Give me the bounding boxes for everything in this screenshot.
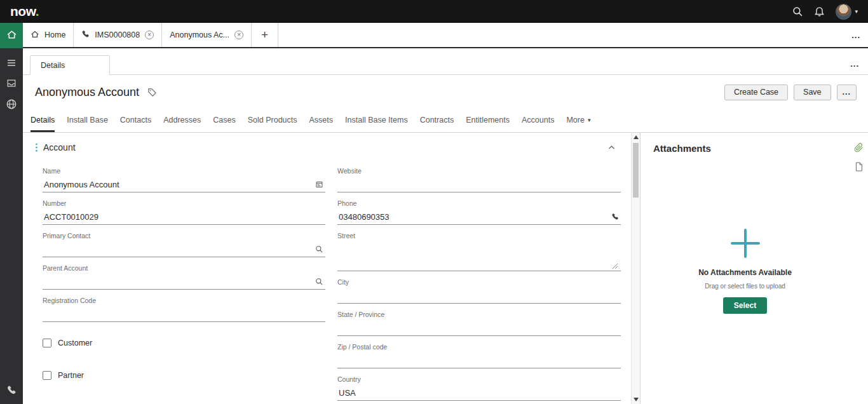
tab-install-base[interactable]: Install Base bbox=[67, 109, 108, 132]
tab-accounts[interactable]: Accounts bbox=[522, 109, 554, 132]
content-row: ⋮ Account Name Anonymous Account bbox=[23, 133, 868, 404]
subtab-details[interactable]: Details bbox=[30, 55, 110, 75]
inbox-icon[interactable] bbox=[6, 77, 17, 89]
field-registration-code: Registration Code bbox=[43, 293, 325, 325]
field-street: Street bbox=[337, 228, 621, 274]
scroll-up-icon[interactable] bbox=[634, 135, 639, 139]
tab-assets[interactable]: Assets bbox=[309, 109, 334, 132]
street-textarea[interactable] bbox=[337, 242, 621, 271]
field-country: Country USA bbox=[337, 372, 621, 404]
no-attachments-text: No Attachments Available bbox=[698, 268, 792, 277]
field-website: Website bbox=[337, 163, 621, 196]
search-icon[interactable] bbox=[792, 6, 803, 17]
search-icon[interactable] bbox=[315, 278, 323, 286]
home-icon bbox=[6, 29, 17, 43]
section-title: Account bbox=[43, 142, 76, 152]
account-section-header: ⋮ Account bbox=[32, 139, 625, 156]
phone-icon[interactable] bbox=[611, 213, 619, 220]
field-name: Name Anonymous Account bbox=[43, 163, 325, 196]
scroll-down-icon[interactable] bbox=[634, 398, 639, 401]
tab-anonymous-account[interactable]: Anonymous Ac... × bbox=[162, 23, 252, 47]
state-province-input[interactable] bbox=[337, 320, 621, 336]
avatar[interactable] bbox=[836, 4, 851, 20]
field-primary-contact: Primary Contact bbox=[43, 228, 325, 260]
document-icon[interactable] bbox=[855, 162, 863, 172]
close-icon[interactable]: × bbox=[145, 30, 154, 39]
phone-icon[interactable] bbox=[6, 385, 17, 395]
tab-contracts[interactable]: Contracts bbox=[420, 109, 454, 132]
scrollbar-thumb[interactable] bbox=[633, 143, 639, 198]
tab-home[interactable]: Home bbox=[23, 23, 74, 47]
number-input[interactable]: ACCT0010029 bbox=[43, 209, 325, 225]
chevron-down-icon: ▾ bbox=[855, 8, 858, 15]
primary-contact-input[interactable] bbox=[43, 241, 325, 257]
field-parent-account: Parent Account bbox=[43, 260, 325, 293]
paperclip-icon[interactable] bbox=[854, 143, 864, 152]
resize-handle-icon[interactable] bbox=[612, 263, 618, 269]
tab-install-base-items[interactable]: Install Base Items bbox=[345, 109, 408, 132]
field-city: City bbox=[337, 274, 621, 307]
tab-addresses[interactable]: Addresses bbox=[163, 109, 201, 132]
checkbox-icon[interactable] bbox=[43, 371, 51, 380]
account-form: ⋮ Account Name Anonymous Account bbox=[23, 133, 631, 404]
tab-entitlements[interactable]: Entitlements bbox=[466, 109, 510, 132]
globe-icon[interactable] bbox=[6, 98, 17, 110]
tab-more[interactable]: More▾ bbox=[566, 109, 590, 132]
drag-handle-icon[interactable]: ⋮ bbox=[32, 142, 43, 153]
chevron-down-icon: ▾ bbox=[588, 117, 591, 123]
form-grid: Name Anonymous Account Number bbox=[32, 163, 625, 404]
record-preview-icon[interactable] bbox=[315, 180, 323, 189]
customer-checkbox[interactable]: Customer bbox=[43, 339, 325, 347]
header-actions: ▾ bbox=[792, 4, 858, 20]
create-case-button[interactable]: Create Case bbox=[724, 84, 788, 100]
home-icon bbox=[31, 30, 39, 41]
left-rail bbox=[0, 23, 23, 404]
website-input[interactable] bbox=[337, 177, 621, 192]
tab-sold-products[interactable]: Sold Products bbox=[248, 109, 297, 132]
attachments-panel: Attachments No Attachments Available Dra… bbox=[640, 133, 850, 404]
new-tab-button[interactable]: + bbox=[252, 23, 278, 47]
close-icon[interactable]: × bbox=[234, 30, 243, 39]
phone-icon bbox=[81, 30, 90, 40]
add-attachment-icon[interactable] bbox=[731, 229, 760, 258]
collapse-section-icon[interactable] bbox=[607, 144, 616, 152]
name-input[interactable]: Anonymous Account bbox=[43, 177, 325, 192]
tab-label: Anonymous Ac... bbox=[170, 30, 229, 39]
menu-icon[interactable] bbox=[6, 58, 17, 68]
registration-code-input[interactable] bbox=[43, 306, 325, 322]
user-menu[interactable]: ▾ bbox=[836, 4, 858, 20]
save-button[interactable]: Save bbox=[794, 84, 831, 100]
phone-input[interactable]: 03480690353 bbox=[337, 209, 621, 225]
tab-label: Home bbox=[44, 30, 65, 39]
main-content: Details ... Anonymous Account Create Cas… bbox=[23, 50, 868, 404]
tab-cases[interactable]: Cases bbox=[213, 109, 235, 132]
subtab-overflow-button[interactable]: ... bbox=[850, 59, 859, 69]
tab-details[interactable]: Details bbox=[31, 109, 55, 132]
search-icon[interactable] bbox=[315, 245, 323, 253]
parent-account-input[interactable] bbox=[43, 274, 325, 290]
tab-overflow-button[interactable]: ... bbox=[851, 30, 860, 40]
field-number: Number ACCT0010029 bbox=[43, 196, 325, 228]
workspace-tab-bar: Home IMS0000808 × Anonymous Ac... × + ..… bbox=[23, 23, 868, 48]
tab-ims0000808[interactable]: IMS0000808 × bbox=[74, 23, 162, 47]
checkbox-icon[interactable] bbox=[43, 339, 51, 347]
form-left-column: Name Anonymous Account Number bbox=[43, 163, 325, 404]
tab-label: IMS0000808 bbox=[95, 30, 140, 39]
right-icon-rail bbox=[850, 133, 868, 404]
checkbox-group: Customer Partner bbox=[43, 339, 325, 380]
country-input[interactable]: USA bbox=[337, 385, 621, 401]
rail-home-button[interactable] bbox=[0, 23, 23, 48]
notifications-bell-icon[interactable] bbox=[814, 6, 825, 17]
field-zip-postal-code: Zip / Postal code bbox=[337, 339, 621, 372]
field-phone: Phone 03480690353 bbox=[337, 196, 621, 228]
tab-bar-right: ... bbox=[851, 23, 868, 47]
record-overflow-button[interactable]: ... bbox=[837, 84, 857, 100]
subtab-strip: Details ... bbox=[23, 50, 868, 75]
tag-icon[interactable] bbox=[147, 88, 157, 97]
zip-postal-code-input[interactable] bbox=[337, 353, 621, 368]
select-files-button[interactable]: Select bbox=[723, 297, 767, 314]
city-input[interactable] bbox=[337, 288, 621, 304]
tab-contacts[interactable]: Contacts bbox=[120, 109, 151, 132]
vertical-scrollbar[interactable] bbox=[631, 133, 640, 404]
partner-checkbox[interactable]: Partner bbox=[43, 371, 325, 380]
